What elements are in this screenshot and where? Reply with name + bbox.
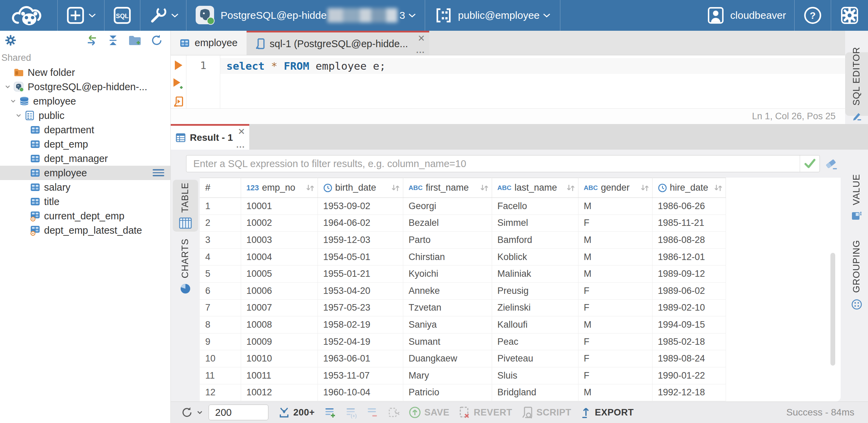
- data-cell[interactable]: 1989-09-12: [652, 265, 726, 283]
- save-button[interactable]: SAVE: [408, 406, 450, 419]
- sort-icon[interactable]: [391, 184, 400, 192]
- data-cell[interactable]: Kyoichi: [403, 265, 492, 283]
- clear-filter-button[interactable]: [821, 157, 841, 170]
- apply-filter-button[interactable]: [800, 155, 820, 172]
- data-cell[interactable]: F: [578, 367, 652, 384]
- execute-query-icon[interactable]: [174, 60, 183, 70]
- tree-item-salary[interactable]: salary: [0, 180, 170, 194]
- tree-item-title[interactable]: title: [0, 194, 170, 209]
- data-cell[interactable]: 1959-12-03: [318, 232, 403, 249]
- data-cell[interactable]: M: [578, 198, 652, 215]
- data-cell[interactable]: 10006: [241, 282, 318, 299]
- presentation-tab-table[interactable]: TABLE: [173, 180, 198, 232]
- sync-with-editor-icon[interactable]: [86, 35, 98, 46]
- data-cell[interactable]: Koblick: [492, 248, 578, 265]
- tree-item-public[interactable]: public: [0, 108, 170, 123]
- delete-row-button[interactable]: [366, 406, 378, 419]
- user-menu[interactable]: cloudbeaver: [698, 0, 794, 31]
- data-cell[interactable]: Patricio: [403, 384, 492, 401]
- data-cell[interactable]: 10004: [241, 248, 318, 265]
- collapse-all-icon[interactable]: [107, 35, 119, 46]
- data-cell[interactable]: 10009: [241, 333, 318, 350]
- editor-code-area[interactable]: select * FROM employee e;: [220, 55, 845, 108]
- row-number-cell[interactable]: 9: [200, 333, 241, 350]
- data-cell[interactable]: 1989-08-24: [652, 350, 726, 367]
- data-cell[interactable]: 1958-02-19: [318, 316, 403, 333]
- settings-button[interactable]: [831, 0, 868, 31]
- tab-sql-1[interactable]: sql-1 (PostgreSQL@ep-hidde... ✕ ...: [247, 31, 429, 55]
- data-cell[interactable]: M: [578, 265, 652, 283]
- data-cell[interactable]: 10010: [241, 350, 318, 367]
- help-button[interactable]: ?: [795, 0, 831, 31]
- row-number-cell[interactable]: 3: [200, 232, 241, 249]
- tree-item-department[interactable]: department: [0, 123, 170, 137]
- new-connection-button[interactable]: [58, 0, 104, 31]
- driver-manager-button[interactable]: [140, 0, 186, 31]
- script-button[interactable]: SCRIPT: [521, 406, 571, 419]
- row-number-cell[interactable]: 6: [200, 282, 241, 299]
- sort-icon[interactable]: [566, 184, 575, 192]
- data-cell[interactable]: 1952-04-19: [318, 333, 403, 350]
- tree-item-employee[interactable]: employee: [0, 166, 170, 180]
- row-number-cell[interactable]: 8: [200, 316, 241, 333]
- data-cell[interactable]: Bezalel: [403, 215, 492, 232]
- data-cell[interactable]: Zielinski: [492, 299, 578, 316]
- row-number-cell[interactable]: 10: [200, 350, 241, 367]
- duplicate-row-button[interactable]: (+): [345, 406, 357, 419]
- data-cell[interactable]: Facello: [492, 198, 578, 215]
- data-cell[interactable]: 10005: [241, 265, 318, 283]
- row-number-cell[interactable]: 7: [200, 299, 241, 316]
- result-data-table[interactable]: #123emp_nobirth_dateABCfirst_nameABClast…: [200, 178, 726, 401]
- sort-icon[interactable]: [480, 184, 489, 192]
- data-cell[interactable]: 1964-06-02: [318, 215, 403, 232]
- column-header-gender[interactable]: ABCgender: [578, 178, 652, 198]
- column-header-last_name[interactable]: ABClast_name: [492, 178, 578, 198]
- tab-result-1[interactable]: Result - 1 ✕ ...: [171, 124, 249, 150]
- row-number-cell[interactable]: 5: [200, 265, 241, 283]
- data-cell[interactable]: 1989-06-02: [652, 282, 726, 299]
- data-cell[interactable]: 1957-05-23: [318, 299, 403, 316]
- data-cell[interactable]: 1985-11-21: [652, 215, 726, 232]
- tree-expand-chevron-icon[interactable]: [13, 114, 25, 117]
- data-cell[interactable]: 10011: [241, 367, 318, 384]
- connection-selector[interactable]: PostgreSQL@ep-hidde3: [186, 0, 425, 31]
- sort-icon[interactable]: [306, 184, 315, 192]
- data-cell[interactable]: Chirstian: [403, 248, 492, 265]
- column-header-hire_date[interactable]: hire_date: [652, 178, 726, 198]
- column-header-first_name[interactable]: ABCfirst_name: [403, 178, 492, 198]
- data-cell[interactable]: Mary: [403, 367, 492, 384]
- data-cell[interactable]: 1953-09-02: [318, 198, 403, 215]
- data-cell[interactable]: F: [578, 333, 652, 350]
- new-folder-icon[interactable]: [128, 35, 142, 46]
- close-icon[interactable]: ✕: [418, 34, 425, 43]
- row-number-cell[interactable]: 12: [200, 384, 241, 401]
- column-header-index[interactable]: #: [200, 178, 241, 198]
- data-cell[interactable]: F: [578, 282, 652, 299]
- export-button[interactable]: EXPORT: [580, 406, 634, 419]
- sql-editor[interactable]: 1 select * FROM employee e;: [171, 55, 845, 108]
- data-cell[interactable]: M: [578, 316, 652, 333]
- data-cell[interactable]: 1994-09-15: [652, 316, 726, 333]
- revert-button[interactable]: REVERT: [458, 406, 512, 419]
- data-cell[interactable]: Georgi: [403, 198, 492, 215]
- data-cell[interactable]: 1990-01-22: [652, 367, 726, 384]
- tree-item-employee[interactable]: employee: [0, 94, 170, 108]
- tab-more-icon[interactable]: ...: [416, 46, 425, 54]
- right-tab-value[interactable]: VALUE: [845, 158, 868, 237]
- data-cell[interactable]: M: [578, 232, 652, 249]
- data-cell[interactable]: Bridgland: [492, 384, 578, 401]
- row-number-cell[interactable]: 4: [200, 248, 241, 265]
- data-cell[interactable]: 10002: [241, 215, 318, 232]
- data-cell[interactable]: 10008: [241, 316, 318, 333]
- data-cell[interactable]: 1985-02-18: [652, 333, 726, 350]
- data-cell[interactable]: 10003: [241, 232, 318, 249]
- execute-query-new-tab-icon[interactable]: [173, 78, 184, 89]
- right-tab-sql-editor[interactable]: SQL EDITOR: [845, 52, 868, 116]
- data-cell[interactable]: 1953-11-07: [318, 367, 403, 384]
- tree-item-dept-emp[interactable]: dept_emp: [0, 137, 170, 151]
- data-cell[interactable]: Kalloufi: [492, 316, 578, 333]
- fetch-size-input[interactable]: [209, 405, 268, 420]
- data-cell[interactable]: F: [578, 299, 652, 316]
- sort-icon[interactable]: [640, 184, 649, 192]
- vertical-scrollbar[interactable]: [830, 253, 835, 366]
